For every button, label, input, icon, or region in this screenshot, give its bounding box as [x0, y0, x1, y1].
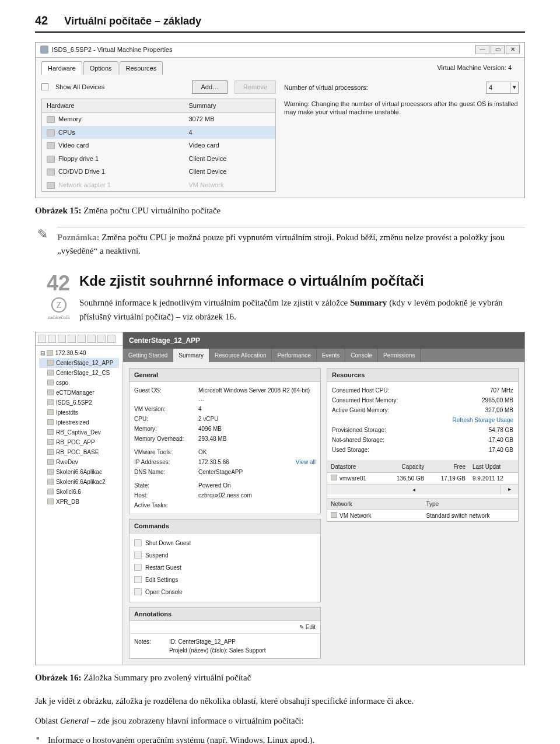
tree-node[interactable]: eCTDManager — [39, 388, 119, 398]
tab-performance[interactable]: Performance — [272, 349, 316, 362]
vm-icon — [47, 479, 54, 485]
network-row[interactable]: VM Network Standard switch network — [327, 510, 518, 521]
tree-node[interactable]: CenterStage_12_APP — [39, 358, 119, 368]
inventory-sidebar: ⊟ 172.30.5.40 CenterStage_12_APPCenterSt… — [36, 332, 123, 665]
vm-icon — [47, 399, 54, 405]
num-processors-select[interactable]: 4 ▾ — [486, 82, 519, 94]
table-row[interactable]: Floppy drive 1Client Device — [42, 152, 276, 166]
tree-node[interactable]: CenterStage_12_CS — [39, 368, 119, 378]
tip-42: 42 Z začátečník Kde zjistit souhrnné inf… — [35, 273, 525, 324]
window-buttons: — ▭ ✕ — [475, 45, 520, 54]
command-link[interactable]: Restart Guest — [134, 561, 316, 574]
maximize-button[interactable]: ▭ — [491, 45, 505, 54]
resources-header: Resources — [327, 369, 518, 382]
tree-node[interactable]: Skoleni6.6Aplikac2 — [39, 477, 119, 487]
table-row[interactable]: Network adapter 1VM Network — [42, 178, 276, 192]
tab-summary[interactable]: Summary — [173, 349, 209, 362]
view-all-link[interactable]: View all — [296, 458, 316, 466]
tree-node[interactable]: XPR_DB — [39, 497, 119, 507]
minimize-button[interactable]: — — [475, 45, 489, 54]
tab-getting-started[interactable]: Getting Started — [123, 349, 173, 362]
window-titlebar: ISDS_6.5SP2 - Virtual Machine Properties… — [36, 43, 524, 58]
remove-button[interactable]: Remove — [235, 80, 276, 94]
toolbar-icon[interactable] — [58, 335, 66, 343]
toolbar-icon[interactable] — [68, 335, 76, 343]
tree-node[interactable]: Iptestdts — [39, 408, 119, 417]
clock-icon: Z — [51, 297, 66, 313]
toolbar-icon[interactable] — [78, 335, 86, 343]
tree-node[interactable]: Skoleni6.6Aplikac — [39, 467, 119, 477]
tree-node[interactable]: RB_POC_APP — [39, 437, 119, 447]
vm-icon — [47, 459, 54, 465]
net-col-type: Type — [423, 499, 519, 510]
kv-row: DNS Name:CenterStageAPP — [134, 467, 316, 477]
table-row[interactable]: CD/DVD Drive 1Client Device — [42, 165, 276, 178]
tree-node[interactable]: Skolici6.6 — [39, 487, 119, 497]
show-all-checkbox[interactable] — [41, 83, 48, 90]
chapter-title: Virtuální počítače – základy — [64, 13, 201, 29]
tab-resource-allocation[interactable]: Resource Allocation — [209, 349, 272, 362]
commands-panel: Commands Shut Down GuestSuspendRestart G… — [129, 519, 321, 602]
kv-row: Active Guest Memory:327,00 MB — [332, 405, 513, 415]
kv-row: Memory Overhead:293,48 MB — [134, 434, 316, 444]
kv-row: VMware Tools:OK — [134, 447, 316, 457]
tree-node[interactable]: RweDev — [39, 457, 119, 467]
command-link[interactable]: Edit Settings — [134, 574, 316, 586]
tree-node[interactable]: cspo — [39, 378, 119, 388]
ds-col-free: Free — [428, 461, 470, 472]
difficulty-label: začátečník — [48, 314, 70, 322]
toolbar-icon[interactable] — [38, 335, 46, 343]
tab-options[interactable]: Options — [83, 61, 118, 75]
command-link[interactable]: Suspend — [134, 549, 316, 561]
datastore-scrollbar[interactable]: ◂▸ — [327, 484, 518, 494]
tab-hardware[interactable]: Hardware — [41, 61, 82, 75]
table-row[interactable]: Video cardVideo card — [42, 139, 276, 152]
command-link[interactable]: Shut Down Guest — [134, 537, 316, 549]
toolbar-icon[interactable] — [97, 335, 106, 343]
table-row[interactable]: Memory3072 MB — [42, 113, 276, 126]
note-block: ✎ Poznámka: Změna počtu CPU je možná pou… — [35, 227, 525, 258]
tab-permissions[interactable]: Permissions — [378, 349, 421, 362]
col-hardware: Hardware — [42, 99, 184, 113]
properties-tabs: Hardware Options Resources Virtual Machi… — [36, 58, 524, 75]
chevron-down-icon: ▾ — [510, 82, 518, 93]
tree-node[interactable]: RB_Captiva_Dev — [39, 427, 119, 437]
tree-root[interactable]: ⊟ 172.30.5.40 — [39, 348, 119, 358]
cpu-icon — [47, 129, 55, 136]
datastore-row[interactable]: vmware01 136,50 GB 17,19 GB 9.9.2011 12 — [327, 473, 518, 484]
command-icon — [134, 539, 142, 546]
video-icon — [47, 142, 55, 149]
tab-console[interactable]: Console — [345, 349, 378, 362]
table-row[interactable]: CPUs4 — [42, 126, 276, 139]
paragraph-after-fig16: Jak je vidět z obrázku, záložka je rozdě… — [35, 694, 525, 708]
command-icon — [134, 588, 142, 595]
tree-node[interactable]: Iptestresized — [39, 417, 119, 427]
tree-node[interactable]: RB_POC_BASE — [39, 447, 119, 457]
cpu-change-warning: Warning: Changing the number of virtual … — [284, 100, 519, 117]
annotations-header: Annotations — [130, 608, 320, 622]
vm-tabs: Getting Started Summary Resource Allocat… — [123, 349, 524, 362]
toolbar-icon[interactable] — [48, 335, 56, 343]
hardware-table: Hardware Summary Memory3072 MB CPUs4 Vid… — [41, 99, 276, 192]
add-button[interactable]: Add… — [192, 80, 228, 94]
edit-link[interactable]: ✎ Edit — [130, 621, 320, 634]
vm-icon — [47, 429, 54, 435]
toolbar-icon[interactable] — [107, 335, 116, 343]
figure-15-screenshot: ISDS_6.5SP2 - Virtual Machine Properties… — [35, 42, 525, 198]
close-button[interactable]: ✕ — [506, 45, 520, 54]
num-processors-label: Number of virtual processors: — [284, 83, 368, 93]
command-link[interactable]: Open Console — [134, 586, 316, 598]
cddvd-icon — [47, 169, 55, 176]
host-icon — [47, 350, 53, 356]
tab-resources[interactable]: Resources — [120, 61, 163, 75]
kv-row: Consumed Host Memory:2965,00 MB — [332, 395, 513, 405]
general-bullets: Informace o hostovaném operačním systému… — [35, 734, 525, 744]
kv-row: State:Powered On — [134, 480, 316, 490]
tab-events[interactable]: Events — [317, 349, 346, 362]
note-label: Poznámka: — [57, 233, 100, 242]
nic-icon — [47, 182, 55, 189]
toolbar-icon[interactable] — [88, 335, 96, 343]
floppy-icon — [47, 156, 55, 163]
tree-node[interactable]: ISDS_6.5SP2 — [39, 398, 119, 408]
vm-icon — [47, 449, 54, 455]
